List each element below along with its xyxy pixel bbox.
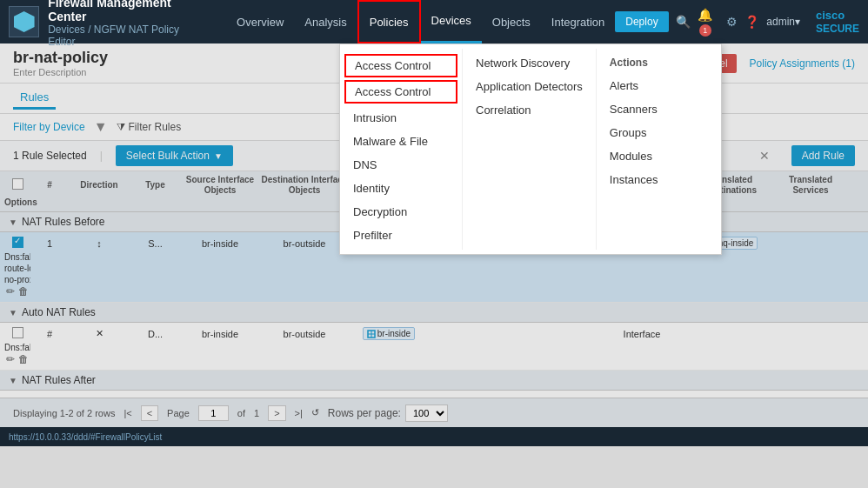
dropdown-item-correlation[interactable]: Correlation [463,98,596,122]
dropdown-item-decryption[interactable]: Decryption [340,200,462,224]
dropdown-item-application-detectors[interactable]: Application Detectors [463,75,596,98]
nav-policies[interactable]: Policies [357,0,421,43]
help-icon[interactable]: ❓ [744,15,759,29]
dropdown-item-malware-file[interactable]: Malware & File [340,130,462,153]
policies-dropdown-menu: Access Control Access Control Intrusion … [339,43,722,255]
dropdown-item-network-discovery[interactable]: Network Discovery [463,51,596,75]
header-right: Deploy 🔍 🔔1 ⚙ ❓ admin▾ ciscoSECURE [615,8,859,37]
nav-devices[interactable]: Devices [421,0,482,43]
app-title: Firewall Management Center [48,0,209,23]
dropdown-col-3: Actions Alerts Scanners Groups Modules I… [597,44,718,254]
dropdown-item-prefilter[interactable]: Prefilter [340,224,462,247]
dropdown-item-identity[interactable]: Identity [340,177,462,200]
deploy-button[interactable]: Deploy [615,11,668,32]
nav-analysis[interactable]: Analysis [294,0,357,43]
nav-overview[interactable]: Overview [226,0,294,43]
header: Firewall Management Center Devices / NGF… [0,0,868,43]
dropdown-item-modules[interactable]: Modules [597,144,718,168]
dropdown-col-1: Access Control Access Control Intrusion … [340,44,462,254]
user-menu[interactable]: admin▾ [766,16,800,28]
dropdown-overlay: Access Control Access Control Intrusion … [0,43,868,488]
dropdown-item-alerts[interactable]: Alerts [597,74,718,97]
dropdown-item-instances[interactable]: Instances [597,168,718,191]
dropdown-item-access-control-1[interactable]: Access Control [344,54,457,77]
dropdown-item-groups[interactable]: Groups [597,121,718,144]
dropdown-item-access-control-2[interactable]: Access Control [344,80,457,104]
dropdown-item-dns[interactable]: DNS [340,153,462,177]
header-title-block: Firewall Management Center Devices / NGF… [48,0,209,48]
search-icon[interactable]: 🔍 [676,15,691,29]
dropdown-item-intrusion[interactable]: Intrusion [340,106,462,130]
dropdown-col-2: Network Discovery Application Detectors … [463,44,596,254]
nav-integration[interactable]: Integration [541,0,615,43]
nav-objects[interactable]: Objects [482,0,541,43]
dropdown-item-scanners[interactable]: Scanners [597,97,718,121]
gear-icon[interactable]: ⚙ [726,15,738,29]
cisco-logo: ciscoSECURE [816,9,859,35]
main-nav: Overview Analysis Policies Devices Objec… [226,0,615,43]
app-logo [9,6,39,37]
dropdown-actions-header: Actions [597,51,718,74]
notifications-icon[interactable]: 🔔1 [698,8,720,37]
